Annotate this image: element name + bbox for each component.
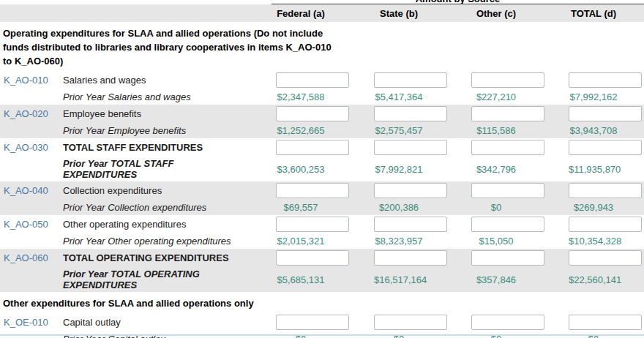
prior-year-label: Prior Year TOTAL STAFF EXPENDITURES [63,157,250,181]
amount-input-federal[interactable] [276,72,349,88]
item-code-link[interactable]: K_AO-040 [4,185,48,196]
prior-year-label: Prior Year Other operating expenditures [63,234,250,248]
form-table-body: Federal (a) State (b) Other (c) TOTAL (d… [0,4,644,338]
item-prior-year-row: Prior Year Employee benefits $1,252,665 … [0,123,644,138]
amount-input-total[interactable] [569,140,642,155]
column-header-state: State (b) [374,8,424,19]
item-code-link[interactable]: K_AO-050 [4,219,48,230]
expenditures-table: Federal (a) State (b) Other (c) TOTAL (d… [0,4,644,338]
amount-input-state[interactable] [374,183,447,198]
amount-input-federal[interactable] [276,217,349,232]
amount-input-other[interactable] [471,106,544,121]
prior-year-value-other: $15,050 [471,236,521,247]
item-current-year-row: K_AO-050 Other operating expenditures [0,215,644,233]
section-title-row: Operating expenditures for SLAA and alli… [0,22,644,71]
item-label: TOTAL STAFF EXPENDITURES [63,142,272,153]
item-prior-year-row: Prior Year Collection expenditures $69,5… [0,200,644,215]
prior-year-value-total: $269,943 [569,202,618,213]
amount-input-other[interactable] [471,315,544,330]
amount-input-federal[interactable] [276,250,349,266]
prior-year-value-state: $5,417,364 [374,91,424,102]
prior-year-value-total: $11,935,870 [569,164,618,175]
prior-year-value-state: $200,386 [374,202,424,213]
amount-input-state[interactable] [374,106,447,121]
prior-year-label: Prior Year Salaries and wages [63,90,250,104]
amount-input-federal[interactable] [276,140,349,155]
amount-input-total[interactable] [569,250,642,266]
prior-year-value-total: $22,560,141 [569,274,618,285]
amount-input-other[interactable] [471,140,544,155]
column-header-other: Other (c) [471,8,521,19]
item-current-year-row: K_AO-030 TOTAL STAFF EXPENDITURES [0,138,644,157]
amount-input-federal[interactable] [276,315,349,330]
amount-input-total[interactable] [569,315,642,330]
amount-input-total[interactable] [569,106,642,121]
item-code-link[interactable]: K_AO-020 [4,108,48,119]
amount-input-federal[interactable] [276,106,349,121]
item-code-link[interactable]: K_AO-060 [4,252,48,263]
item-prior-year-row: Prior Year TOTAL OPERATING EXPENDITURES … [0,267,644,292]
amount-input-other[interactable] [471,72,544,88]
bottom-divider [0,334,644,336]
prior-year-value-other: $357,846 [471,274,521,285]
item-code-link[interactable]: K_AO-030 [4,142,48,153]
item-label: Salaries and wages [63,75,272,86]
amount-input-state[interactable] [374,250,447,266]
prior-year-value-federal: $5,685,131 [276,274,326,285]
amount-input-state[interactable] [374,217,447,232]
section-title: Other expenditures for SLAA and allied o… [3,296,336,310]
prior-year-label: Prior Year Employee benefits [63,124,250,138]
prior-year-label: Prior Year TOTAL OPERATING EXPENDITURES [63,267,250,292]
item-label: TOTAL OPERATING EXPENDITURES [63,252,272,263]
prior-year-value-other: $115,586 [471,125,521,136]
amount-input-total[interactable] [569,217,642,232]
item-prior-year-row: Prior Year Salaries and wages $2,347,588… [0,89,644,105]
prior-year-value-federal: $69,557 [276,202,326,213]
item-current-year-row: K_AO-010 Salaries and wages [0,71,644,89]
prior-year-value-state: $8,323,957 [374,236,424,247]
prior-year-value-state: $16,517,164 [374,274,424,285]
prior-year-value-state: $7,992,821 [374,164,424,175]
prior-year-value-other: $227,210 [471,91,521,102]
item-label: Employee benefits [63,108,272,119]
prior-year-value-federal: $2,347,588 [276,91,326,102]
prior-year-value-other: $342,796 [471,164,521,175]
item-label: Collection expenditures [63,185,272,196]
prior-year-value-state: $2,575,457 [374,125,424,136]
prior-year-value-other: $0 [471,202,521,213]
item-current-year-row: K_AO-060 TOTAL OPERATING EXPENDITURES [0,249,644,267]
amount-input-other[interactable] [471,250,544,266]
amount-input-state[interactable] [374,72,447,88]
column-header-total: TOTAL (d) [569,8,618,19]
expenditures-form-page: Amount by Source Federal (a) State (b) O… [0,0,644,338]
item-code-link[interactable]: K_AO-010 [4,75,48,86]
prior-year-value-total: $3,943,708 [569,125,618,136]
prior-year-value-federal: $2,015,321 [276,236,326,247]
section-title: Operating expenditures for SLAA and alli… [3,26,336,68]
item-current-year-row: K_AO-040 Collection expenditures [0,181,644,200]
amount-input-total[interactable] [569,72,642,88]
item-prior-year-row: Prior Year TOTAL STAFF EXPENDITURES $3,6… [0,157,644,181]
item-label: Capital outlay [63,317,272,328]
amount-input-state[interactable] [374,140,447,155]
amount-input-federal[interactable] [276,183,349,198]
column-header-spacer [0,4,272,22]
column-header-federal: Federal (a) [276,8,326,19]
amount-input-total[interactable] [569,183,642,198]
prior-year-value-federal: $3,600,253 [276,164,326,175]
item-code-link[interactable]: K_OE-010 [4,317,48,328]
prior-year-label: Prior Year Collection expenditures [63,200,250,214]
item-current-year-row: K_OE-010 Capital outlay [0,313,644,331]
prior-year-value-federal: $1,252,665 [276,125,326,136]
section-title-row: Other expenditures for SLAA and allied o… [0,292,644,313]
column-header-row: Federal (a) State (b) Other (c) TOTAL (d… [0,4,644,22]
item-prior-year-row: Prior Year Other operating expenditures … [0,233,644,249]
item-label: Other operating expenditures [63,219,272,230]
amount-input-other[interactable] [471,217,544,232]
prior-year-value-total: $7,992,162 [569,91,618,102]
amount-input-state[interactable] [374,315,447,330]
prior-year-value-total: $10,354,328 [569,236,618,247]
amount-input-other[interactable] [471,183,544,198]
item-current-year-row: K_AO-020 Employee benefits [0,105,644,123]
